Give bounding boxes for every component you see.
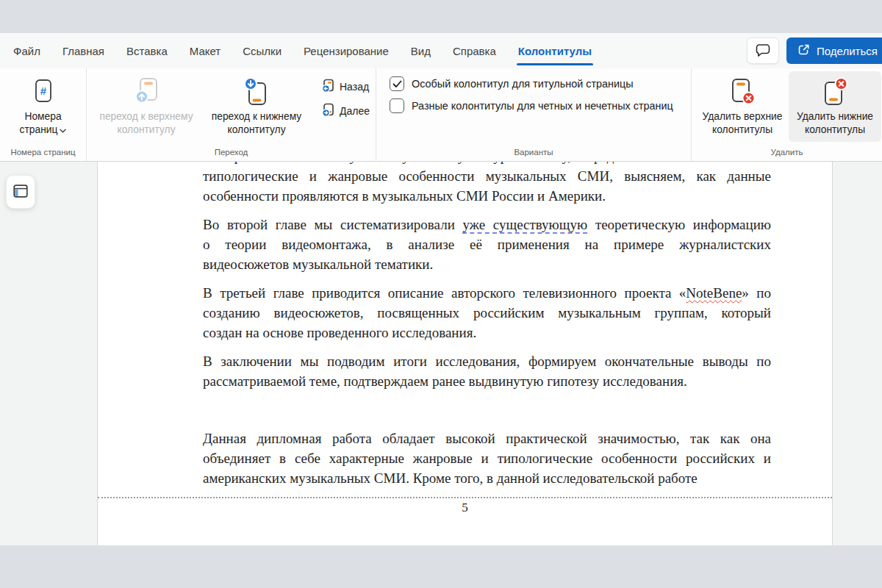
ribbon-tab-5[interactable]: Ссылки: [243, 33, 282, 68]
text-line: создан на основе проведенного исследован…: [203, 323, 771, 343]
nav-small-buttons: Назад Далее: [322, 71, 370, 119]
menubar-right: Поделиться: [747, 37, 882, 64]
footer-page-number[interactable]: 5: [98, 501, 832, 515]
next-button[interactable]: Далее: [322, 103, 370, 119]
checkbox-label: Особый колонтитул для титульной страницы: [412, 78, 634, 90]
document-workspace: В первой главе мы изучаем музыкальную жу…: [0, 162, 882, 545]
ribbon-tab-3[interactable]: Вставка: [126, 33, 168, 68]
options-checkboxes: Особый колонтитул для титульной страницы…: [390, 76, 691, 113]
goto-header-button-label: переход к верхнему колонтитулу: [93, 110, 200, 136]
share-button-label: Поделиться: [817, 45, 878, 57]
goto-footer-button[interactable]: переход к нижнему колонтитулу: [201, 71, 312, 142]
delete-headers-button-label: Удалить верхние колонтитулы: [698, 110, 787, 136]
document-paragraph: В третьей главе приводится описание авто…: [203, 283, 771, 343]
text-line: о теории видеомонтажа, в анализе её прим…: [203, 234, 771, 254]
page-numbers-button-label: Номера страниц: [20, 111, 62, 135]
empty-paragraph: [203, 400, 771, 420]
text-line: типологические и жанровые особенности му…: [203, 166, 771, 186]
svg-text:#: #: [40, 85, 46, 97]
text-line: рассматриваемой теме, подтверждаем ранее…: [203, 371, 771, 391]
checkbox-checked-icon[interactable]: [390, 76, 404, 91]
goto-header-button: переход к верхнему колонтитулу: [91, 71, 201, 142]
share-button[interactable]: Поделиться: [786, 37, 882, 64]
delete-headers-button[interactable]: Удалить верхние колонтитулы: [696, 71, 789, 142]
option-checkbox-row-1[interactable]: Особый колонтитул для титульной страницы: [390, 76, 691, 91]
next-icon: [322, 103, 334, 119]
document-paragraphs: типологические и жанровые особенности му…: [203, 166, 771, 488]
ribbon-tab-4[interactable]: Макет: [190, 33, 220, 68]
text-line: В заключении мы подводим итоги исследова…: [203, 351, 771, 371]
text-line: Во второй главе мы систематизировали уже…: [203, 215, 771, 234]
window-bottom-strip: [0, 545, 882, 588]
next-button-label: Далее: [340, 105, 370, 117]
text-line: созданию видеосюжетов, посвященных росси…: [203, 303, 771, 323]
goto-header-icon: [132, 76, 160, 108]
delete-headers-icon: [729, 76, 756, 108]
comment-icon: [755, 43, 771, 60]
window-top-strip: [0, 0, 882, 33]
group-label-options: Варианты: [376, 148, 691, 157]
document-paragraph: В заключении мы подводим итоги исследова…: [203, 351, 771, 391]
text-line: особенности проявляются в музыкальных СМ…: [203, 186, 771, 206]
ribbon-group-delete: Удалить верхние колонтитулы Удалить нижн…: [692, 68, 882, 161]
text-line: Данная дипломная работа обладает высокой…: [203, 429, 771, 448]
document-paragraph: Данная дипломная работа обладает высокой…: [203, 429, 771, 488]
checkbox-unchecked-icon[interactable]: [390, 98, 404, 113]
group-label-page-numbers: Номера страниц: [0, 148, 86, 157]
ribbon-group-options: Особый колонтитул для титульной страницы…: [376, 68, 692, 161]
back-button-label: Назад: [340, 81, 369, 93]
ribbon-tab-6[interactable]: Рецензирование: [304, 33, 389, 68]
ribbon-tab-2[interactable]: Главная: [62, 33, 104, 68]
checkbox-label: Разные колонтитулы для четных и нечетных…: [412, 100, 673, 112]
comments-button[interactable]: [747, 37, 779, 64]
ribbon: # Номера страниц Номера страниц переход …: [0, 68, 882, 162]
ribbon-tabs: ФайлГлавнаяВставкаМакетСсылкиРецензирова…: [0, 33, 592, 68]
text-line: объединяет в себе характерные жанровые и…: [203, 448, 771, 468]
navigation-pane-toggle-button[interactable]: [6, 175, 35, 209]
delete-footers-button[interactable]: Удалить нижние колонтитулы: [789, 71, 881, 142]
document-paragraph: типологические и жанровые особенности му…: [203, 166, 771, 206]
page-number-icon: #: [33, 76, 54, 108]
chevron-down-icon: [60, 123, 66, 137]
ribbon-tab-9[interactable]: Колонтитулы: [518, 33, 592, 68]
group-label-navigation: Переход: [87, 148, 376, 157]
delete-footers-icon: [822, 76, 848, 108]
footer-boundary-line: [98, 497, 832, 498]
group-label-delete: Удалить: [692, 148, 882, 157]
document-page[interactable]: В первой главе мы изучаем музыкальную жу…: [97, 162, 833, 545]
ribbon-tab-8[interactable]: Справка: [453, 33, 496, 68]
ribbon-tab-1[interactable]: Файл: [13, 33, 40, 68]
text-line: американских музыкальных СМИ. Кроме того…: [203, 468, 771, 488]
delete-footers-button-label: Удалить нижние колонтитулы: [790, 110, 880, 136]
share-icon: [797, 43, 811, 59]
text-line: В третьей главе приводится описание авто…: [203, 283, 771, 303]
pane-layout-icon: [13, 184, 28, 200]
ribbon-tab-bar: ФайлГлавнаяВставкаМакетСсылкиРецензирова…: [0, 33, 882, 68]
page-numbers-button[interactable]: # Номера страниц: [4, 71, 82, 142]
option-checkbox-row-2[interactable]: Разные колонтитулы для четных и нечетных…: [390, 98, 691, 113]
document-paragraph: Во второй главе мы систематизировали уже…: [203, 215, 771, 274]
back-button[interactable]: Назад: [322, 79, 370, 95]
goto-footer-button-label: переход к нижнему колонтитулу: [203, 110, 310, 136]
back-icon: [322, 79, 334, 95]
text-line: видеосюжетов музыкальной тематики.: [203, 254, 771, 274]
ribbon-group-page-numbers: # Номера страниц Номера страниц: [0, 68, 87, 161]
ribbon-group-navigation: переход к верхнему колонтитулу переход к…: [87, 68, 376, 161]
document-body-text: В первой главе мы изучаем музыкальную жу…: [98, 162, 832, 488]
goto-footer-icon: [243, 76, 270, 108]
ribbon-tab-7[interactable]: Вид: [411, 33, 431, 68]
